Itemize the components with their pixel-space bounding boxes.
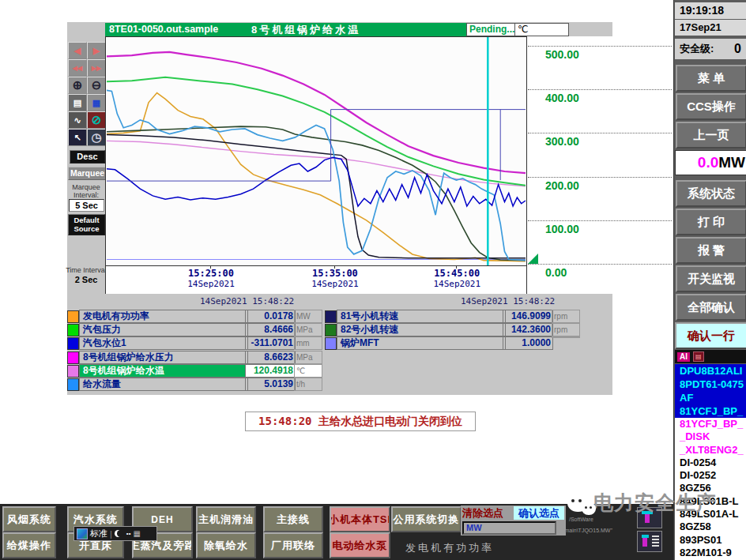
point-unit-input[interactable]: MW (462, 521, 556, 535)
sidebar-button-6[interactable]: 报 警 (676, 237, 746, 264)
ime-toolbar[interactable]: 标准 | •• ▦ (73, 526, 157, 541)
sidebar-button-7[interactable]: 开关监视 (676, 265, 746, 292)
footer-timestamp-left: 14Sep2021 15:48:22 (200, 296, 294, 306)
pen-name[interactable]: 8号机组锅炉给水温 (79, 364, 248, 378)
pen-value: 120.4918 (245, 364, 296, 378)
sidebar-button-8[interactable]: 全部确认 (676, 294, 746, 321)
bottom-button-common-switch[interactable]: 公用系统切换 (391, 506, 462, 532)
pen-row[interactable]: 8号机组锅炉给水温120.4918℃ (67, 364, 323, 377)
sidebar-button-4[interactable]: 系统状态 (676, 180, 746, 207)
disable-icon[interactable]: ⊘ (87, 111, 106, 129)
ack-one-line-button[interactable]: 确认一行 (675, 322, 746, 349)
pen-row[interactable]: 8号机组锅炉给水压力8.6623MPa (67, 351, 323, 363)
pen-row[interactable]: 82号小机转速142.3600rpm (325, 323, 582, 336)
sidebar-button-2[interactable]: CCS操作 (676, 93, 746, 120)
pen-row[interactable]: 汽包水位1-311.0701mm (67, 336, 323, 349)
alarm-list[interactable]: DPU8B12ALI8PDT61-0475AF81YCFJ_BP_81YCFJ_… (675, 364, 746, 560)
y-tick-label: 500.00 (528, 47, 672, 61)
sidebar: 19:19:18 17Sep21 安全级: 0 菜 单CCS操作上一页系统状态打… (673, 0, 746, 560)
pen-color-swatch (67, 324, 79, 336)
step-forward-icon[interactable]: ▶ (87, 42, 106, 59)
sidebar-button-3[interactable]: 上一页 (676, 122, 746, 148)
pen-row[interactable]: 给水流量5.0139t/h (67, 378, 323, 390)
marquee-button[interactable]: Marquee (68, 167, 107, 180)
pen-name[interactable]: 8号机组锅炉给水压力 (79, 351, 248, 364)
alarm-list-item[interactable]: _DISK (677, 430, 746, 443)
bottom-button-除氧给水[interactable]: 除氧给水 (196, 532, 256, 558)
marquee-interval-input[interactable]: 5 Sec (69, 199, 104, 212)
pen-row[interactable]: 锅炉MFT1.0000 (325, 336, 582, 349)
unit-box[interactable]: ℃ (514, 23, 569, 36)
y-tick-label: 400.00 (528, 90, 672, 104)
watermark: 电力安全生产 (567, 490, 717, 516)
alarm-list-item[interactable]: DI-0252 (677, 469, 746, 482)
tool-icon-glyph (642, 538, 647, 547)
pen-name[interactable]: 汽包压力 (79, 323, 248, 336)
load-unit: MW (718, 154, 745, 171)
series-发电机有功功率 (107, 93, 526, 261)
pen-row[interactable]: 81号小机转速146.9099rpm (325, 310, 582, 322)
desc-button[interactable]: Desc (70, 150, 105, 163)
ime-fullhalf-icon[interactable] (117, 530, 124, 537)
sidebar-button-5[interactable]: 打 印 (676, 209, 746, 235)
footer-timestamp-right: 14Sep2021 15:48:22 (461, 296, 555, 306)
pen-unit: rpm (552, 323, 580, 336)
fast-back-icon[interactable]: ◀◀ (68, 59, 87, 77)
table-icon[interactable]: ▦ (87, 94, 106, 111)
ime-punct-icon[interactable]: •• (126, 530, 131, 537)
alarm-list-item[interactable]: 893PS01 (677, 534, 746, 547)
pen-name[interactable]: 给水流量 (79, 378, 248, 391)
bottom-button-主接线[interactable]: 主接线 (263, 506, 323, 532)
bottom-button-小机本体TSI[interactable]: 小机本体TSI (330, 506, 390, 532)
report-icon[interactable]: ▤ (68, 94, 87, 111)
alarm-list-item[interactable]: 81YCFJ_BP_ (677, 404, 746, 418)
alarm-group-magenta: 81YCFJ_BP__DISK_XLT8ENG2_ (675, 418, 746, 457)
time-cursor-icon[interactable]: ◷ (87, 129, 106, 146)
ime-keyboard-icon[interactable]: ▦ (133, 529, 140, 538)
pen-row[interactable]: 发电机有功功率0.0178MW (67, 310, 323, 322)
alarm-list-item[interactable]: AF (677, 391, 746, 404)
zoom-selection-box (107, 110, 526, 182)
alarm-list-item[interactable]: DI-0254 (677, 457, 746, 469)
alarm-list-item[interactable]: 8PDT61-0475 (677, 378, 746, 391)
trend-list-tool-icon[interactable] (637, 531, 662, 552)
trend-icon[interactable]: ∿ (68, 111, 87, 129)
bottom-button-厂用联络[interactable]: 厂用联络 (263, 532, 323, 558)
date: 17Sep21 (675, 20, 746, 36)
bottom-button-电动给水泵[interactable]: 电动给水泵 (330, 532, 390, 558)
pen-name[interactable]: 锅炉MFT (337, 336, 506, 350)
bottom-button-主机润滑油[interactable]: 主机润滑油 (196, 506, 256, 532)
y-tick: 100.00 (528, 220, 672, 235)
clear-select-button[interactable]: 清除选点 (462, 506, 512, 520)
bottom-button-给煤操作[interactable]: 给煤操作 (2, 532, 56, 558)
pen-value: 8.6623 (245, 351, 296, 364)
alarm-list-item[interactable]: DPU8B12ALI (677, 364, 746, 378)
alarm-list-item[interactable]: _XLT8ENG2_ (677, 444, 746, 457)
alarm-list-item[interactable]: 822M101-9 (677, 547, 746, 559)
bottom-button-风烟系统[interactable]: 风烟系统 (2, 506, 56, 532)
pen-name[interactable]: 81号小机转速 (337, 310, 506, 323)
trend-plot[interactable] (105, 36, 527, 266)
default-source-button[interactable]: Default Source (68, 214, 105, 235)
pen-unit: MPa (294, 351, 322, 364)
trend-curves (106, 37, 526, 265)
zoom-out-icon[interactable]: ⊖ (87, 77, 106, 94)
series-81号小机转速 (107, 135, 526, 258)
pen-name[interactable]: 82号小机转速 (337, 323, 506, 336)
pen-row[interactable]: 汽包压力8.4666MPa (67, 323, 323, 336)
step-back-icon[interactable]: ◀ (68, 42, 87, 59)
sidebar-button-1[interactable]: 菜 单 (676, 65, 746, 92)
pen-name[interactable]: 汽包水位1 (79, 336, 248, 350)
cursor-icon[interactable]: ↖ (68, 129, 87, 146)
zoom-in-icon[interactable]: ⊕ (68, 77, 87, 94)
alarm-list-item[interactable]: 8GZ58 (677, 521, 746, 533)
confirm-select-button[interactable]: 确认选点 (514, 506, 564, 520)
pen-name[interactable]: 发电机有功功率 (79, 310, 248, 323)
ime-mode-icon[interactable] (77, 528, 88, 539)
fast-forward-icon[interactable]: ▶▶ (87, 59, 106, 77)
ai-badge: AI (677, 352, 690, 362)
ime-separator: | (110, 529, 112, 539)
alarm-list-item[interactable]: 81YCFJ_BP_ (677, 418, 746, 430)
pen-color-swatch (67, 378, 79, 391)
series-汽包压力 (107, 77, 526, 186)
